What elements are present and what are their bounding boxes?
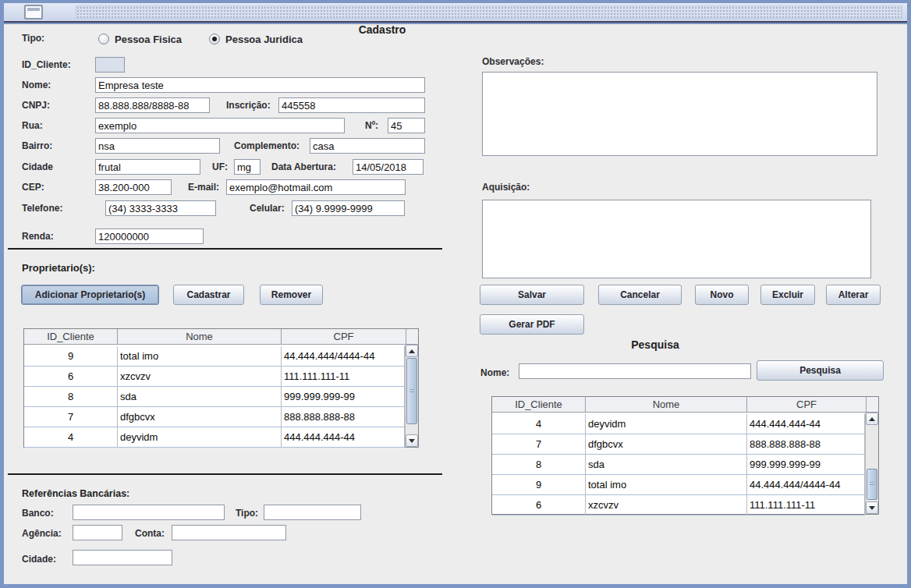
email-label: E-mail: xyxy=(188,182,219,193)
title-bar[interactable] xyxy=(4,3,907,23)
cell-id: 6 xyxy=(24,367,118,386)
banco-field[interactable] xyxy=(73,505,225,520)
complemento-field[interactable] xyxy=(310,138,425,154)
col-cpf[interactable]: CPF xyxy=(747,397,867,412)
cadastro-window: Cadastro Tipo: Pessoa Fisica Pessoa Juri… xyxy=(0,0,911,588)
table-row[interactable]: 8sda999.999.999-99 xyxy=(492,455,865,475)
pesquisa-table[interactable]: ID_Cliente Nome CPF 4deyvidm444.444.444-… xyxy=(491,396,879,515)
uf-field[interactable] xyxy=(234,159,261,175)
thumb-ridges xyxy=(870,482,874,487)
numero-label: Nº: xyxy=(365,120,378,131)
cell-nome: deyvidm xyxy=(586,414,747,434)
table-rows: 4deyvidm444.444.444-44 7dfgbcvx888.888.8… xyxy=(492,413,865,514)
alterar-button[interactable]: Alterar xyxy=(826,285,881,305)
pesquisa-nome-field[interactable] xyxy=(519,363,751,379)
scroll-thumb[interactable] xyxy=(867,469,877,500)
scroll-track[interactable] xyxy=(866,425,878,501)
separator xyxy=(8,248,442,250)
table-header: ID_Cliente Nome CPF xyxy=(24,329,418,345)
adicionar-proprietario-button[interactable]: Adicionar Proprietario(s) xyxy=(21,285,159,305)
window-icon[interactable] xyxy=(24,5,43,19)
cell-nome: sda xyxy=(586,455,747,474)
salvar-button[interactable]: Salvar xyxy=(480,285,584,305)
table-row[interactable]: 4deyvidm444.444.444-44 xyxy=(492,414,865,434)
proprietarios-table[interactable]: ID_Cliente Nome CPF 9total imo44.444.444… xyxy=(23,328,419,448)
id-cliente-field[interactable] xyxy=(95,57,125,73)
col-nome[interactable]: Nome xyxy=(118,329,282,344)
cnpj-field[interactable] xyxy=(95,97,210,113)
agencia-field[interactable] xyxy=(73,525,122,540)
email-field[interactable] xyxy=(226,179,406,195)
table-row[interactable]: 6xzcvzv111.111.111-11 xyxy=(24,367,405,387)
cell-id: 7 xyxy=(492,434,586,454)
table-row[interactable]: 8sda999.999.999-99 xyxy=(24,387,405,407)
table-row[interactable]: 7dfgbcvx888.888.888-88 xyxy=(24,407,405,427)
table-scrollbar[interactable] xyxy=(405,345,418,447)
scroll-thumb[interactable] xyxy=(406,358,417,424)
table-row[interactable]: 6xzcvzv111.111.111-11 xyxy=(492,495,865,515)
cell-cpf: 444.444.444-44 xyxy=(747,414,865,434)
table-row[interactable]: 9total imo44.444.444/4444-44 xyxy=(492,475,865,495)
cell-id: 9 xyxy=(24,346,118,366)
col-id-cliente[interactable]: ID_Cliente xyxy=(24,329,118,344)
table-row[interactable]: 7dfgbcvx888.888.888-88 xyxy=(492,434,865,455)
conta-label: Conta: xyxy=(135,528,165,539)
scroll-down-icon[interactable] xyxy=(866,501,878,514)
tipo-label: Tipo: xyxy=(22,33,44,44)
radio-pessoa-juridica[interactable] xyxy=(209,34,220,44)
cell-cpf: 888.888.888-88 xyxy=(747,434,865,454)
table-scrollbar[interactable] xyxy=(865,413,878,514)
renda-field[interactable] xyxy=(95,228,204,244)
tipo-banco-field[interactable] xyxy=(264,505,361,520)
cidade-field[interactable] xyxy=(95,159,200,175)
cell-cpf: 111.111.111-11 xyxy=(747,495,865,515)
radio-pessoa-fisica[interactable] xyxy=(98,34,109,44)
remover-button[interactable]: Remover xyxy=(260,285,323,305)
celular-field[interactable] xyxy=(292,200,405,216)
scroll-up-icon[interactable] xyxy=(866,413,878,425)
gerar-pdf-button[interactable]: Gerar PDF xyxy=(480,314,584,335)
celular-label: Celular: xyxy=(250,203,285,214)
excluir-button[interactable]: Excluir xyxy=(760,285,815,305)
cancelar-button[interactable]: Cancelar xyxy=(598,285,682,305)
nome-field[interactable] xyxy=(95,77,425,93)
data-abertura-field[interactable] xyxy=(353,159,424,175)
header-corner xyxy=(867,397,878,412)
col-cpf[interactable]: CPF xyxy=(282,329,406,344)
table-row[interactable]: 4deyvidm444.444.444-44 xyxy=(24,427,405,448)
col-nome[interactable]: Nome xyxy=(586,397,747,412)
table-rows: 9total imo44.444.444/4444-44 6xzcvzv111.… xyxy=(24,345,405,447)
bairro-field[interactable] xyxy=(95,138,220,154)
conta-field[interactable] xyxy=(172,525,286,540)
renda-label: Renda: xyxy=(22,231,54,242)
cell-nome: total imo xyxy=(586,475,747,494)
pesquisa-button[interactable]: Pesquisa xyxy=(757,360,884,381)
tipo-banco-label: Tipo: xyxy=(236,508,258,519)
col-id-cliente[interactable]: ID_Cliente xyxy=(492,397,586,412)
novo-button[interactable]: Novo xyxy=(695,285,749,305)
observacoes-textarea[interactable] xyxy=(482,72,877,156)
cell-id: 4 xyxy=(24,427,118,447)
table-header: ID_Cliente Nome CPF xyxy=(492,397,878,413)
cnpj-label: CNPJ: xyxy=(22,100,50,111)
cadastrar-button[interactable]: Cadastrar xyxy=(173,285,244,305)
cell-nome: sda xyxy=(118,387,282,406)
rua-field[interactable] xyxy=(95,118,345,133)
pesquisa-nome-label: Nome: xyxy=(480,367,509,378)
scroll-down-icon[interactable] xyxy=(406,434,418,447)
telefone-field[interactable] xyxy=(105,200,216,216)
cidade-banco-field[interactable] xyxy=(73,550,172,565)
table-row[interactable]: 9total imo44.444.444/4444-44 xyxy=(24,346,405,367)
cell-cpf: 44.444.444/4444-44 xyxy=(747,475,865,494)
numero-field[interactable] xyxy=(388,118,425,133)
cell-id: 8 xyxy=(24,387,118,406)
thumb-ridges xyxy=(409,389,414,394)
scroll-up-icon[interactable] xyxy=(406,345,418,357)
inscricao-field[interactable] xyxy=(278,97,425,113)
scroll-track[interactable] xyxy=(406,357,418,434)
cep-field[interactable] xyxy=(95,179,172,195)
radio-pessoa-fisica-label: Pessoa Fisica xyxy=(115,34,182,45)
cell-id: 4 xyxy=(492,414,586,434)
aquisicao-textarea[interactable] xyxy=(482,200,871,278)
observacoes-label: Observações: xyxy=(482,56,544,67)
